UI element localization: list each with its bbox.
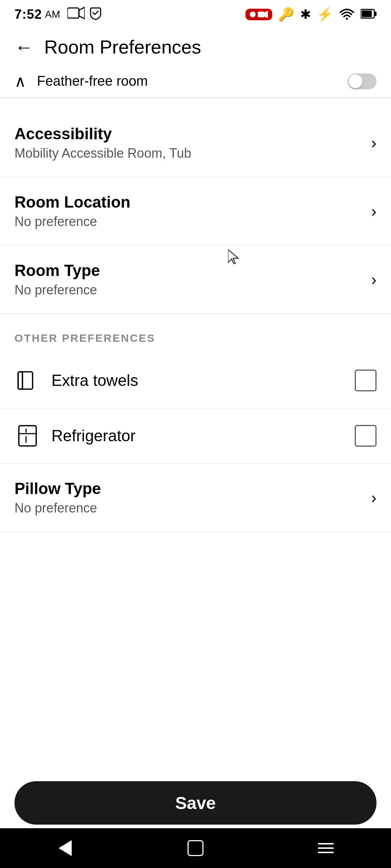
room-type-row[interactable]: Room Type No preference › xyxy=(0,246,391,314)
svg-rect-6 xyxy=(362,10,372,17)
refrigerator-checkbox[interactable] xyxy=(355,425,377,447)
status-icons: 🔑 ✱ ⚡ xyxy=(245,7,377,23)
menu-line-2 xyxy=(318,847,334,849)
save-button-label: Save xyxy=(175,793,216,813)
spacer xyxy=(0,98,391,109)
accessibility-chevron: › xyxy=(371,134,377,152)
back-button[interactable]: ← xyxy=(14,38,33,56)
room-type-chevron: › xyxy=(371,271,377,289)
extra-towels-checkbox[interactable] xyxy=(355,370,377,391)
content: ∧ Feather-free room Accessibility Mobili… xyxy=(0,65,391,532)
extra-towels-row[interactable]: Extra towels xyxy=(0,353,391,408)
feather-free-label: Feather-free room xyxy=(37,73,348,89)
nav-home-button[interactable] xyxy=(181,834,210,863)
bluetooth-icon: ✱ xyxy=(300,7,311,22)
page-title: Room Preferences xyxy=(44,36,201,58)
accessibility-subtitle: Mobility Accessible Room, Tub xyxy=(14,146,364,161)
room-location-row[interactable]: Room Location No preference › xyxy=(0,177,391,246)
refrigerator-label: Refrigerator xyxy=(51,427,355,445)
svg-marker-3 xyxy=(264,11,268,18)
room-type-title: Room Type xyxy=(14,261,364,280)
room-location-subtitle: No preference xyxy=(14,214,364,229)
save-button-container: Save xyxy=(14,781,377,825)
home-square-icon xyxy=(188,840,203,856)
svg-rect-11 xyxy=(19,426,36,446)
key-icon: 🔑 xyxy=(278,7,294,22)
feather-up-icon: ∧ xyxy=(14,72,26,90)
video-icon xyxy=(67,7,85,23)
wifi-icon xyxy=(339,7,355,23)
menu-lines-icon xyxy=(318,843,334,853)
rec-badge xyxy=(245,9,272,20)
room-type-subtitle: No preference xyxy=(14,282,364,298)
other-preferences-header: OTHER PREFERENCES xyxy=(0,314,391,353)
accessibility-row[interactable]: Accessibility Mobility Accessible Room, … xyxy=(0,109,391,177)
fridge-icon xyxy=(16,424,39,447)
battery-icon xyxy=(361,7,377,22)
room-location-title: Room Location xyxy=(14,193,364,211)
nav-back-button[interactable] xyxy=(51,834,80,863)
svg-rect-2 xyxy=(258,12,264,17)
room-type-content: Room Type No preference xyxy=(14,261,364,298)
svg-rect-9 xyxy=(18,372,22,389)
feather-free-toggle[interactable] xyxy=(348,73,377,89)
flash-icon: ⚡ xyxy=(317,7,333,22)
save-button[interactable]: Save xyxy=(14,781,377,825)
feather-free-row[interactable]: ∧ Feather-free room xyxy=(0,65,391,98)
extra-towels-label: Extra towels xyxy=(51,371,355,390)
pillow-type-title: Pillow Type xyxy=(14,480,364,498)
fridge-icon-box xyxy=(14,423,41,449)
header: ← Room Preferences xyxy=(0,29,391,65)
nav-menu-button[interactable] xyxy=(311,834,340,863)
svg-point-4 xyxy=(346,18,348,20)
accessibility-content: Accessibility Mobility Accessible Room, … xyxy=(14,125,364,161)
back-triangle-icon xyxy=(59,840,72,856)
svg-rect-7 xyxy=(374,12,377,16)
pillow-type-row[interactable]: Pillow Type No preference › xyxy=(0,464,391,532)
accessibility-title: Accessibility xyxy=(14,125,364,143)
svg-marker-1 xyxy=(79,7,85,19)
pillow-type-content: Pillow Type No preference xyxy=(14,480,364,516)
bottom-nav xyxy=(0,828,391,868)
pillow-type-subtitle: No preference xyxy=(14,501,364,516)
status-bar: 7:52 AM 🔑 ✱ ⚡ xyxy=(0,0,391,29)
menu-line-1 xyxy=(318,843,334,844)
svg-rect-0 xyxy=(67,8,79,18)
room-location-chevron: › xyxy=(371,202,377,220)
status-time: 7:52 xyxy=(14,7,42,22)
svg-rect-8 xyxy=(18,372,33,389)
room-location-content: Room Location No preference xyxy=(14,193,364,229)
pillow-type-chevron: › xyxy=(371,489,377,507)
menu-line-3 xyxy=(318,852,334,853)
towel-icon xyxy=(16,369,39,392)
refrigerator-row[interactable]: Refrigerator xyxy=(0,408,391,464)
shield-icon xyxy=(88,5,104,24)
towel-icon-box xyxy=(14,367,41,393)
status-ampm: AM xyxy=(45,9,60,20)
other-preferences-label: OTHER PREFERENCES xyxy=(14,332,155,344)
